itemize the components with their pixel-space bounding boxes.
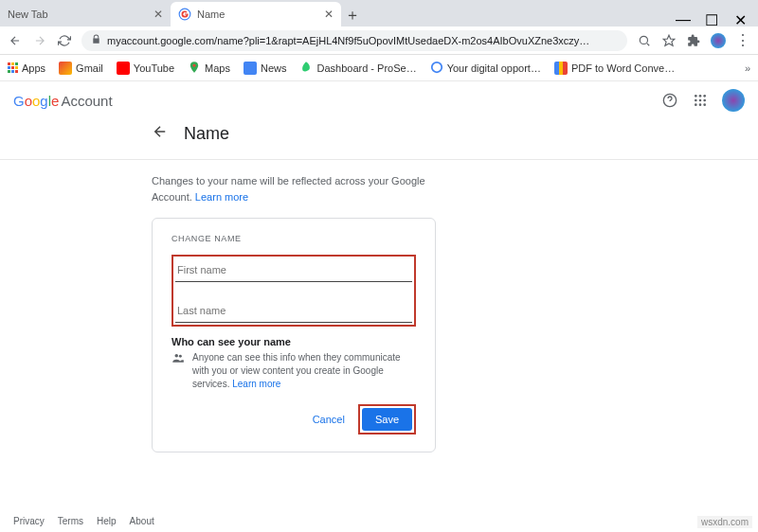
- page-title-row: Name: [0, 119, 758, 160]
- svg-point-8: [703, 95, 706, 98]
- maps-icon: [188, 61, 201, 76]
- apps-label: Apps: [22, 62, 45, 74]
- svg-point-11: [703, 99, 706, 102]
- bookmarks-overflow-icon[interactable]: »: [745, 62, 750, 74]
- save-button[interactable]: Save: [362, 408, 412, 431]
- browser-menu-icon[interactable]: ⋮: [735, 33, 750, 48]
- svg-point-7: [699, 95, 702, 98]
- window-minimize-icon[interactable]: ―: [677, 13, 690, 27]
- bookmark-youtube[interactable]: YouTube: [117, 62, 174, 75]
- apps-shortcut[interactable]: Apps: [8, 62, 45, 74]
- apps-grid-icon: [8, 62, 18, 73]
- footer-about[interactable]: About: [130, 516, 154, 526]
- gmail-icon: [59, 62, 72, 75]
- card-section-label: CHANGE NAME: [171, 234, 416, 243]
- svg-point-15: [175, 354, 179, 358]
- lock-icon: [91, 34, 101, 46]
- pdf-icon: [554, 62, 568, 75]
- name-fields-highlight: [171, 255, 416, 327]
- last-name-input[interactable]: [175, 299, 412, 323]
- footer-help[interactable]: Help: [97, 516, 117, 526]
- close-icon[interactable]: ✕: [324, 8, 334, 21]
- google-account-logo: GoogleAccount: [13, 93, 113, 109]
- leaf-icon: [299, 61, 313, 76]
- footer-terms[interactable]: Terms: [58, 516, 83, 526]
- window-close-icon[interactable]: ✕: [733, 13, 747, 27]
- account-avatar[interactable]: [722, 89, 745, 112]
- zoom-icon[interactable]: [637, 33, 652, 48]
- tab-title: New Tab: [8, 9, 48, 20]
- nav-reload-button[interactable]: [57, 33, 72, 48]
- profile-avatar-icon[interactable]: [711, 33, 726, 48]
- browser-tab-name[interactable]: Name ✕: [171, 2, 341, 27]
- svg-point-4: [431, 62, 442, 72]
- browser-tab-new[interactable]: New Tab ✕: [0, 2, 171, 27]
- svg-point-12: [695, 103, 697, 106]
- star-icon[interactable]: [661, 33, 677, 48]
- visibility-text: Anyone can see this info when they commu…: [192, 351, 416, 391]
- window-maximize-icon[interactable]: ☐: [705, 13, 718, 27]
- nav-back-button[interactable]: [8, 33, 23, 48]
- bookmark-dashboard[interactable]: Dashboard - ProSe…: [299, 61, 416, 76]
- footer-links: Privacy Terms Help About: [13, 516, 154, 526]
- watermark: wsxdn.com: [697, 516, 752, 528]
- apps-launcher-icon[interactable]: [692, 92, 709, 109]
- google-favicon-icon: [178, 8, 191, 21]
- url-text: myaccount.google.com/name?pli=1&rapt=AEj…: [107, 35, 589, 46]
- bookmarks-bar: Apps Gmail YouTube Maps News Dashboard -…: [0, 55, 758, 81]
- people-icon: [171, 351, 185, 391]
- extensions-icon[interactable]: [686, 33, 701, 48]
- svg-point-9: [695, 99, 697, 102]
- svg-point-14: [703, 103, 706, 106]
- svg-point-16: [179, 355, 182, 358]
- cancel-button[interactable]: Cancel: [313, 414, 345, 425]
- news-icon: [244, 62, 257, 75]
- youtube-icon: [117, 62, 130, 75]
- page-title: Name: [184, 124, 229, 144]
- bookmark-digital[interactable]: Your digital opport…: [430, 61, 541, 76]
- svg-point-13: [699, 103, 702, 106]
- learn-more-link[interactable]: Learn more: [195, 191, 248, 203]
- address-bar: myaccount.google.com/name?pli=1&rapt=AEj…: [0, 27, 758, 55]
- bookmark-news[interactable]: News: [244, 62, 287, 75]
- first-name-input[interactable]: [175, 258, 412, 282]
- content-area: Changes to your name will be reflected a…: [0, 160, 758, 452]
- close-icon[interactable]: ✕: [153, 8, 163, 21]
- save-button-highlight: Save: [358, 404, 416, 434]
- change-name-card: CHANGE NAME Who can see your name Anyone…: [152, 218, 436, 452]
- svg-point-6: [695, 95, 697, 98]
- app-header: GoogleAccount: [0, 81, 758, 119]
- bookmark-pdf[interactable]: PDF to Word Conve…: [554, 62, 675, 75]
- svg-point-1: [640, 36, 647, 44]
- bookmark-gmail[interactable]: Gmail: [59, 62, 103, 75]
- svg-point-10: [699, 99, 702, 102]
- google-icon: [430, 61, 443, 76]
- new-tab-button[interactable]: ＋: [341, 4, 364, 27]
- svg-marker-2: [663, 35, 675, 45]
- back-arrow-button[interactable]: [152, 123, 169, 144]
- visibility-learn-more-link[interactable]: Learn more: [232, 379, 280, 389]
- footer-privacy[interactable]: Privacy: [13, 516, 45, 526]
- visibility-heading: Who can see your name: [171, 336, 416, 347]
- card-actions: Cancel Save: [171, 404, 416, 434]
- tab-title: Name: [197, 9, 225, 20]
- nav-forward-button[interactable]: [32, 33, 47, 48]
- browser-tab-strip: New Tab ✕ Name ✕ ＋ ― ☐ ✕: [0, 0, 758, 27]
- page-description: Changes to your name will be reflected a…: [152, 173, 436, 204]
- address-input[interactable]: myaccount.google.com/name?pli=1&rapt=AEj…: [81, 30, 627, 51]
- svg-point-3: [193, 63, 196, 66]
- help-icon[interactable]: [661, 92, 678, 109]
- bookmark-maps[interactable]: Maps: [188, 61, 230, 76]
